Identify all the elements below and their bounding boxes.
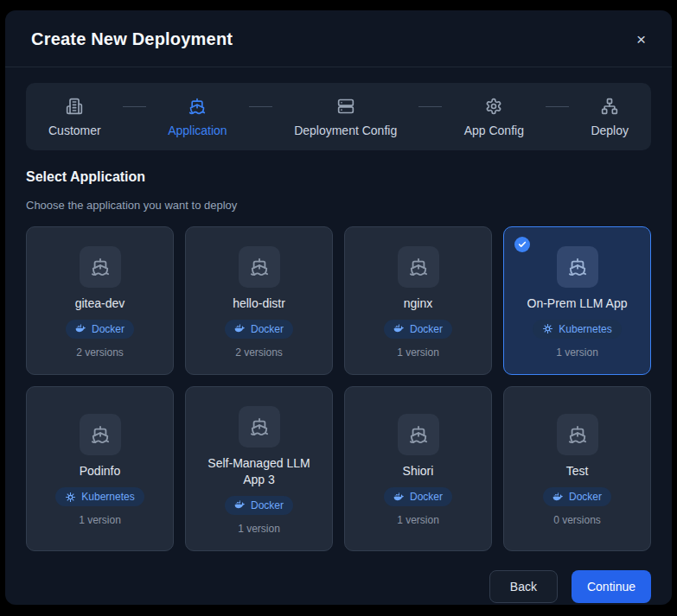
back-button[interactable]: Back [489, 570, 558, 603]
runtime-badge: Docker [384, 320, 452, 339]
ship-icon [557, 246, 598, 288]
version-count: 0 versions [553, 514, 601, 526]
runtime-label: Docker [251, 323, 284, 335]
modal-footer: Back Continue [5, 551, 672, 616]
app-name: Test [566, 463, 589, 479]
version-count: 2 versions [76, 346, 124, 359]
step-deploy[interactable]: Deploy [591, 98, 629, 137]
runtime-badge: Docker [225, 320, 293, 339]
step-label: App Config [464, 124, 524, 137]
runtime-badge: Docker [225, 496, 293, 515]
app-name: Podinfo [80, 463, 120, 479]
app-card-hello-distr[interactable]: hello-distr Docker 2 versions [185, 226, 333, 375]
version-count: 1 version [556, 346, 598, 359]
docker-whale-icon [552, 492, 564, 503]
kubernetes-wheel-icon [542, 323, 553, 334]
app-name: nginx [404, 295, 432, 312]
page-title: Select Application [26, 169, 651, 185]
version-count: 1 version [79, 514, 121, 526]
step-label: Deploy [591, 124, 629, 137]
version-count: 1 version [238, 523, 280, 535]
continue-button[interactable]: Continue [572, 570, 651, 603]
docker-whale-icon [75, 323, 86, 334]
building-icon [66, 98, 83, 115]
step-deployment-config[interactable]: Deployment Config [294, 98, 397, 137]
check-icon [514, 237, 530, 252]
docker-whale-icon [234, 323, 246, 334]
ship-icon [398, 246, 439, 288]
docker-whale-icon [393, 492, 405, 503]
ship-icon [239, 406, 280, 448]
kubernetes-wheel-icon [65, 492, 76, 503]
network-icon [601, 98, 618, 115]
app-card-test[interactable]: Test Docker 0 versions [503, 386, 651, 551]
runtime-badge: Docker [66, 320, 134, 339]
app-card-on-prem-llm-app[interactable]: On-Prem LLM App Kubernetes 1 version [503, 226, 651, 375]
app-name: Self-Managed LLM App 3 [199, 455, 320, 488]
step-label: Deployment Config [294, 124, 397, 137]
app-name: On-Prem LLM App [527, 295, 628, 312]
version-count: 1 version [397, 346, 439, 359]
application-grid: gitea-dev Docker 2 versions hello-distr … [26, 226, 651, 551]
step-connector [123, 106, 146, 107]
app-card-nginx[interactable]: nginx Docker 1 version [344, 226, 492, 375]
modal-header: Create New Deployment × [5, 10, 672, 67]
app-name: Shiori [403, 463, 434, 479]
runtime-label: Docker [410, 323, 443, 335]
app-name: hello-distr [233, 295, 285, 312]
step-connector [418, 106, 442, 107]
runtime-label: Docker [410, 491, 443, 503]
server-icon [337, 98, 354, 115]
deployment-stepper: Customer Application Deployment Config A… [26, 83, 651, 150]
runtime-label: Kubernetes [81, 491, 134, 503]
gear-icon [485, 98, 502, 115]
runtime-badge: Kubernetes [55, 487, 144, 506]
docker-whale-icon [234, 499, 246, 511]
app-card-self-managed-llm-app-3[interactable]: Self-Managed LLM App 3 Docker 1 version [185, 386, 333, 551]
app-card-gitea-dev[interactable]: gitea-dev Docker 2 versions [26, 226, 174, 375]
step-label: Application [168, 124, 227, 137]
step-application[interactable]: Application [168, 98, 227, 137]
docker-whale-icon [393, 323, 405, 334]
step-app-config[interactable]: App Config [464, 98, 524, 137]
ship-icon [239, 246, 280, 288]
step-label: Customer [48, 124, 101, 137]
runtime-badge: Kubernetes [533, 320, 621, 339]
version-count: 1 version [397, 514, 439, 526]
app-name: gitea-dev [75, 295, 125, 312]
runtime-label: Docker [251, 499, 284, 511]
close-icon[interactable]: × [636, 31, 646, 48]
ship-icon [557, 414, 598, 455]
step-connector [546, 106, 569, 107]
runtime-label: Docker [569, 491, 602, 503]
create-deployment-modal: Create New Deployment × Customer Applica… [5, 10, 672, 605]
runtime-label: Kubernetes [559, 323, 611, 335]
step-connector [249, 106, 272, 107]
page-subtitle: Choose the application you want to deplo… [26, 199, 651, 212]
runtime-badge: Docker [543, 487, 611, 506]
ship-icon [188, 98, 206, 115]
step-customer[interactable]: Customer [48, 98, 101, 137]
runtime-badge: Docker [384, 487, 452, 506]
version-count: 2 versions [235, 346, 283, 359]
app-card-podinfo[interactable]: Podinfo Kubernetes 1 version [26, 386, 174, 551]
ship-icon [80, 414, 121, 455]
runtime-label: Docker [92, 323, 125, 335]
ship-icon [398, 414, 439, 455]
ship-icon [80, 246, 121, 288]
modal-title: Create New Deployment [31, 29, 233, 49]
app-card-shiori[interactable]: Shiori Docker 1 version [344, 386, 492, 551]
